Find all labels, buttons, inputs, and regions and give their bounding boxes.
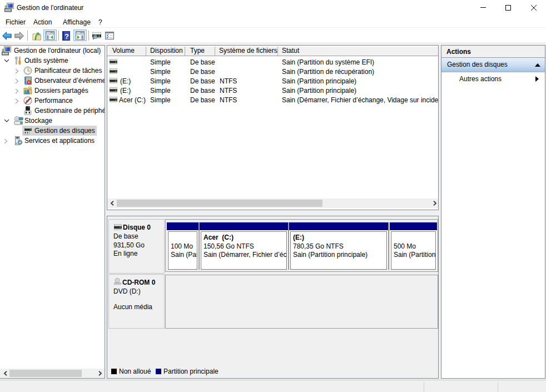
- svg-text:?: ?: [64, 32, 69, 41]
